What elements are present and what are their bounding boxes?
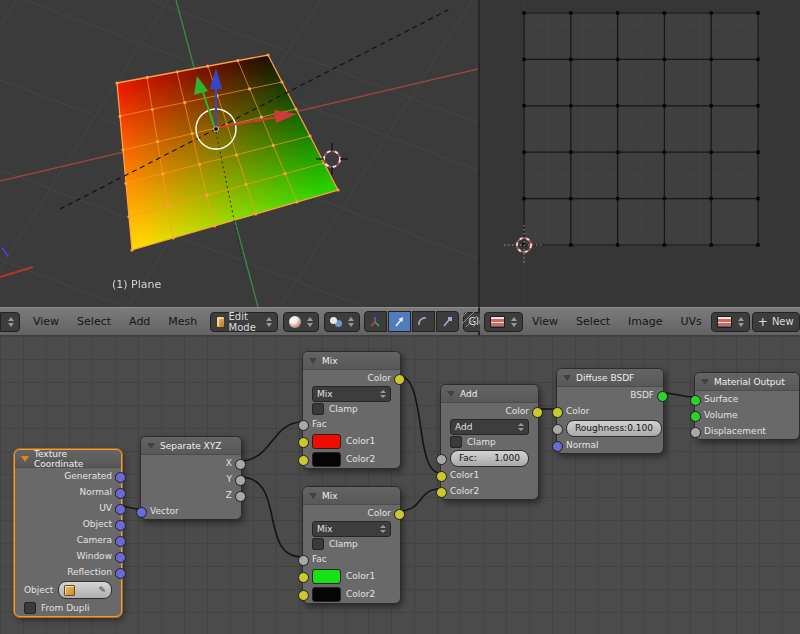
- roughness-slider[interactable]: Roughness:0.100: [566, 420, 662, 437]
- blender-window: (1) Plane View Select Add Mesh Edit Mod: [0, 0, 800, 634]
- socket-displacement-input[interactable]: [690, 427, 701, 438]
- node-header[interactable]: Mix: [303, 352, 400, 370]
- node-header[interactable]: Material Output: [695, 373, 799, 391]
- pivot-icon: [330, 317, 337, 324]
- node-header[interactable]: Mix: [303, 487, 400, 505]
- socket-color2-input[interactable]: [298, 455, 309, 466]
- collapse-icon[interactable]: [563, 375, 571, 381]
- 3d-viewport[interactable]: (1) Plane: [0, 0, 480, 307]
- socket-surface-input[interactable]: [690, 395, 701, 406]
- menu-add[interactable]: Add: [129, 315, 150, 328]
- eyedropper-icon[interactable]: ✎: [98, 585, 106, 595]
- blend-mode-dropdown[interactable]: Mix: [312, 386, 391, 402]
- socket-window-output[interactable]: [115, 552, 126, 563]
- node-header[interactable]: Separate XYZ: [141, 437, 241, 455]
- menu-image[interactable]: Image: [628, 315, 662, 328]
- socket-camera-output[interactable]: [115, 536, 126, 547]
- collapse-icon[interactable]: [309, 358, 317, 364]
- socket-color-output[interactable]: [532, 407, 543, 418]
- node-header[interactable]: Add: [441, 385, 538, 403]
- color1-swatch[interactable]: [312, 434, 341, 449]
- socket-normal-input[interactable]: [552, 441, 563, 452]
- clamp-checkbox[interactable]: [450, 436, 462, 448]
- socket-vector-input[interactable]: [136, 507, 147, 518]
- menu-mesh[interactable]: Mesh: [168, 315, 197, 328]
- socket-color-output[interactable]: [394, 509, 405, 520]
- socket-color-input[interactable]: [552, 407, 563, 418]
- node-separate-xyz[interactable]: Separate XYZ X Y Z Vector: [140, 436, 242, 520]
- blend-mode-dropdown[interactable]: Mix: [312, 521, 391, 537]
- clamp-checkbox[interactable]: [312, 538, 324, 550]
- blend-mode-dropdown[interactable]: Add: [450, 419, 529, 435]
- node-add[interactable]: Add Color Add Clamp Fac:1.000 Color1 Col…: [440, 384, 539, 500]
- translate-button[interactable]: [388, 311, 411, 332]
- socket-bsdf-output[interactable]: [657, 391, 668, 402]
- menu-uvs[interactable]: UVs: [681, 315, 702, 328]
- mode-dropdown[interactable]: Edit Mode: [210, 312, 277, 332]
- surface-label: Surface: [704, 394, 738, 404]
- socket-normal-output[interactable]: [115, 488, 126, 499]
- menu-select[interactable]: Select: [576, 315, 610, 328]
- socket-reflection-output[interactable]: [115, 568, 126, 579]
- manipulator-toggle-button[interactable]: [364, 311, 387, 332]
- node-material-output[interactable]: Material Output Surface Volume Displacem…: [694, 372, 800, 440]
- uv-editor[interactable]: [480, 0, 800, 307]
- color2-swatch[interactable]: [312, 452, 341, 467]
- pivot-point-dropdown[interactable]: [324, 312, 360, 332]
- output-label: Color: [368, 373, 392, 383]
- plus-icon: +: [758, 317, 768, 327]
- collapse-icon[interactable]: [147, 443, 155, 449]
- fac-slider[interactable]: Fac:1.000: [450, 450, 529, 467]
- socket-z-output[interactable]: [235, 491, 246, 502]
- color1-swatch[interactable]: [312, 569, 341, 584]
- collapse-icon[interactable]: [309, 493, 317, 499]
- socket-fac-input[interactable]: [436, 454, 447, 465]
- node-texture-coordinate[interactable]: Texture Coordinate Generated Normal UV O…: [14, 449, 122, 617]
- socket-roughness-input[interactable]: [552, 424, 563, 435]
- socket-volume-input[interactable]: [690, 411, 701, 422]
- socket-color1-input[interactable]: [298, 437, 309, 448]
- object-picker-field[interactable]: ✎: [58, 581, 112, 599]
- color-label: Color: [566, 406, 590, 416]
- menu-select[interactable]: Select: [77, 315, 111, 328]
- socket-color2-input[interactable]: [298, 590, 309, 601]
- socket-color1-input[interactable]: [298, 572, 309, 583]
- color1-label: Color1: [346, 436, 375, 446]
- displacement-label: Displacement: [704, 426, 766, 436]
- node-header[interactable]: Diffuse BSDF: [557, 369, 663, 387]
- new-image-button[interactable]: + New: [752, 312, 800, 332]
- node-diffuse-bsdf[interactable]: Diffuse BSDF BSDF Color Roughness:0.100 …: [556, 368, 664, 454]
- socket-fac-input[interactable]: [298, 555, 309, 566]
- menu-view[interactable]: View: [532, 315, 558, 328]
- color2-swatch[interactable]: [312, 587, 341, 602]
- socket-color2-input[interactable]: [436, 487, 447, 498]
- socket-y-output[interactable]: [235, 475, 246, 486]
- socket-color-output[interactable]: [394, 374, 405, 385]
- node-mix-bottom[interactable]: Mix Color Mix Clamp Fac Color1 Color2: [302, 486, 401, 604]
- clamp-label: Clamp: [467, 437, 496, 447]
- socket-object-output[interactable]: [115, 520, 126, 531]
- menu-view[interactable]: View: [33, 315, 59, 328]
- collapse-icon[interactable]: [21, 456, 29, 462]
- rotate-button[interactable]: [412, 311, 435, 332]
- area-resize-handle[interactable]: [462, 312, 477, 327]
- socket-uv-output[interactable]: [115, 504, 126, 515]
- node-header[interactable]: Texture Coordinate: [15, 450, 121, 468]
- edit-mode-icon: [216, 316, 224, 328]
- scale-button[interactable]: [436, 311, 459, 332]
- viewport-shading-dropdown[interactable]: [283, 312, 319, 332]
- socket-color1-input[interactable]: [436, 471, 447, 482]
- image-browse-dropdown[interactable]: [711, 312, 750, 332]
- collapse-icon[interactable]: [701, 379, 709, 385]
- plane-mesh[interactable]: [115, 53, 339, 251]
- from-dupli-checkbox[interactable]: [24, 602, 36, 614]
- editor-type-dropdown[interactable]: [0, 312, 20, 332]
- socket-generated-output[interactable]: [115, 472, 126, 483]
- collapse-icon[interactable]: [447, 391, 455, 397]
- socket-x-output[interactable]: [235, 459, 246, 470]
- node-title: Add: [460, 389, 477, 399]
- clamp-checkbox[interactable]: [312, 403, 324, 415]
- node-mix-top[interactable]: Mix Color Mix Clamp Fac Color1 Color2: [302, 351, 401, 469]
- editor-type-dropdown[interactable]: [484, 312, 523, 332]
- socket-fac-input[interactable]: [298, 420, 309, 431]
